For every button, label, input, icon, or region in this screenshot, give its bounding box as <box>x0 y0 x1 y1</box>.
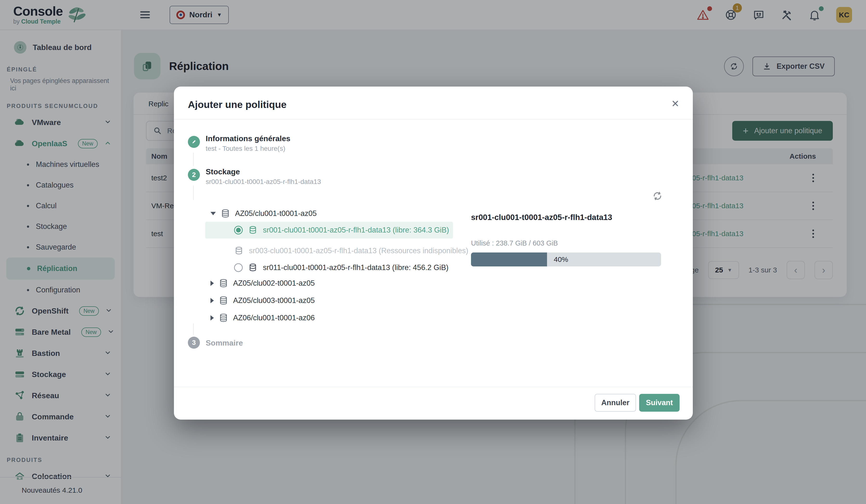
cancel-button[interactable]: Annuler <box>595 394 636 412</box>
refresh-icon <box>652 190 664 202</box>
database-icon <box>248 225 258 235</box>
step1-title: Informations générales <box>206 134 290 143</box>
tree-node-clu001[interactable]: AZ05/clu001-t0001-az05 <box>210 209 317 219</box>
storage-option-sr001[interactable]: sr001-clu001-t0001-az05-r-flh1-data13 (l… <box>234 222 449 238</box>
modal-footer-divider <box>174 387 693 387</box>
database-stack-icon <box>219 278 228 288</box>
step-connector <box>193 323 194 335</box>
tree-node-clu002[interactable]: AZ05/clu002-t0001-az05 <box>210 278 315 288</box>
caret-expanded-icon[interactable] <box>210 212 216 215</box>
tree-node-az06-clu001[interactable]: AZ06/clu001-t0001-az06 <box>210 313 315 323</box>
tree-node-label: AZ05/clu001-t0001-az05 <box>235 209 317 218</box>
tree-node-label: AZ05/clu003-t0001-az05 <box>233 296 315 305</box>
radio-unselected-icon[interactable] <box>234 263 243 272</box>
storage-usage-text: Utilisé : 238.7 GiB / 603 GiB <box>471 239 558 247</box>
modal-title: Ajouter une politique <box>188 99 287 110</box>
database-icon <box>234 246 244 256</box>
database-stack-icon <box>219 313 228 323</box>
step1-indicator <box>188 136 200 148</box>
caret-collapsed-icon[interactable] <box>210 298 214 303</box>
add-policy-modal: Ajouter une politique ✕ Informations gén… <box>174 87 693 419</box>
database-icon <box>248 263 258 272</box>
tree-node-label: AZ06/clu001-t0001-az06 <box>233 314 315 322</box>
tree-node-clu003[interactable]: AZ05/clu003-t0001-az05 <box>210 296 315 305</box>
tree-node-label: AZ05/clu002-t0001-az05 <box>233 279 315 288</box>
storage-detail-name: sr001-clu001-t0001-az05-r-flh1-data13 <box>471 213 612 222</box>
usage-progress-fill <box>471 253 547 266</box>
pencil-icon <box>191 139 197 145</box>
caret-collapsed-icon[interactable] <box>210 315 214 321</box>
step-connector <box>193 186 194 200</box>
storage-refresh-button[interactable] <box>652 190 664 202</box>
step3-title: Sommaire <box>206 338 243 347</box>
database-stack-icon <box>221 209 230 219</box>
modal-header-divider <box>174 119 693 120</box>
storage-option-label: sr001-clu001-t0001-az05-r-flh1-data13 (l… <box>263 226 449 234</box>
step2-subtitle: sr001-clu001-t0001-az05-r-flh1-data13 <box>206 178 321 186</box>
next-button[interactable]: Suivant <box>639 394 679 412</box>
storage-option-sr011[interactable]: sr011-clu001-t0001-az05-r-flh1-data13 (l… <box>234 259 448 276</box>
usage-percent-label: 40% <box>554 255 568 264</box>
storage-option-label: sr003-clu001-t0001-az05-r-flh1-data13 (R… <box>249 246 468 255</box>
step-connector <box>193 153 194 166</box>
usage-progress-bar: 40% <box>471 253 661 266</box>
step2-indicator: 2 <box>188 169 200 181</box>
step3-indicator: 3 <box>188 337 200 349</box>
step2-title: Stockage <box>206 167 240 176</box>
close-icon[interactable]: ✕ <box>671 98 679 109</box>
storage-option-sr003-disabled: sr003-clu001-t0001-az05-r-flh1-data13 (R… <box>234 243 468 259</box>
caret-collapsed-icon[interactable] <box>210 281 214 286</box>
database-stack-icon <box>219 296 228 305</box>
radio-selected-icon[interactable] <box>234 226 243 234</box>
storage-option-label: sr011-clu001-t0001-az05-r-flh1-data13 (l… <box>263 263 448 272</box>
step1-subtitle: test - Toutes les 1 heure(s) <box>206 145 285 153</box>
app-root: Console by Cloud Temple Nordri ▼ <box>0 0 866 504</box>
